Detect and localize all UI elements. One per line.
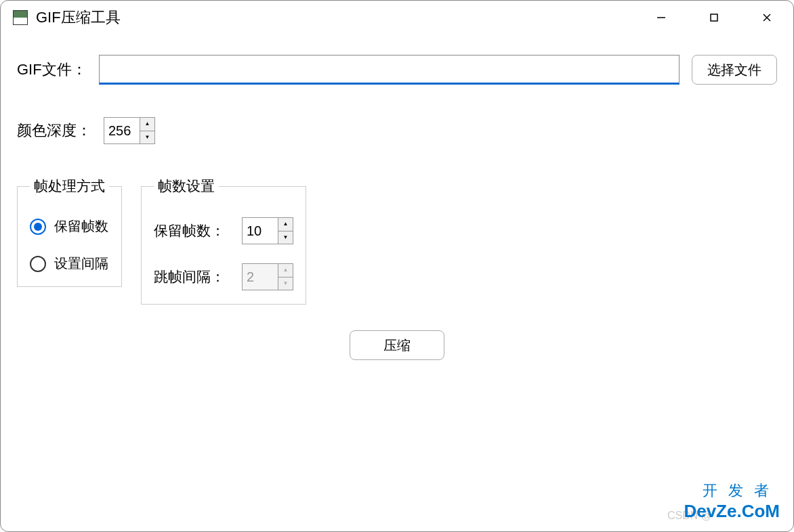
titlebar: GIF压缩工具	[1, 1, 793, 35]
keep-frames-up-button[interactable]: ▲	[278, 218, 293, 231]
spinner-buttons: ▲ ▼	[140, 118, 154, 143]
svg-rect-1	[711, 14, 717, 21]
radio-icon	[30, 256, 46, 272]
color-depth-down-button[interactable]: ▼	[140, 131, 154, 144]
skip-interval-input	[243, 264, 278, 290]
watermark-line1: 开发者	[684, 481, 780, 501]
spinner-buttons: ▲ ▼	[278, 264, 293, 290]
frame-settings-list: 保留帧数： ▲ ▼ 跳帧间隔：	[154, 212, 293, 290]
color-depth-row: 颜色深度： ▲ ▼	[17, 117, 777, 144]
app-window: GIF压缩工具 GIF文件： 选择文件 颜色深度： ▲	[0, 0, 794, 532]
file-label: GIF文件：	[17, 60, 87, 80]
keep-frames-row: 保留帧数： ▲ ▼	[154, 217, 293, 244]
frame-mode-legend: 帧处理方式	[30, 177, 109, 196]
skip-interval-spinner: ▲ ▼	[242, 263, 293, 290]
radio-label: 设置间隔	[54, 254, 108, 273]
minimize-icon	[656, 12, 667, 23]
radio-label: 保留帧数	[54, 217, 108, 236]
window-controls	[635, 1, 793, 35]
radio-set-interval[interactable]: 设置间隔	[30, 254, 109, 273]
color-depth-label: 颜色深度：	[17, 120, 91, 141]
app-icon	[13, 10, 28, 25]
compress-button[interactable]: 压缩	[350, 330, 444, 360]
compress-row: 压缩	[17, 330, 777, 360]
close-button[interactable]	[740, 1, 793, 35]
color-depth-spinner: ▲ ▼	[104, 117, 155, 144]
keep-frames-down-button[interactable]: ▼	[278, 231, 293, 244]
csdn-watermark: CSDN @	[667, 510, 712, 522]
keep-frames-spinner: ▲ ▼	[242, 217, 293, 244]
frame-mode-group: 帧处理方式 保留帧数 设置间隔	[17, 177, 122, 287]
window-title: GIF压缩工具	[36, 7, 121, 28]
color-depth-input[interactable]	[104, 118, 140, 143]
skip-interval-label: 跳帧间隔：	[154, 267, 228, 286]
frame-settings-legend: 帧数设置	[154, 177, 219, 196]
frame-settings-group: 帧数设置 保留帧数： ▲ ▼ 跳帧间隔：	[141, 177, 306, 305]
content-area: GIF文件： 选择文件 颜色深度： ▲ ▼ 帧处理方式 保留帧数	[1, 35, 793, 380]
radio-group: 保留帧数 设置间隔	[30, 212, 109, 273]
keep-frames-label: 保留帧数：	[154, 221, 228, 240]
watermark-line2: DevZe.CoM	[684, 501, 780, 522]
spinner-buttons: ▲ ▼	[278, 218, 293, 244]
file-row: GIF文件： 选择文件	[17, 55, 777, 85]
skip-interval-row: 跳帧间隔： ▲ ▼	[154, 263, 293, 290]
maximize-button[interactable]	[688, 1, 740, 35]
maximize-icon	[709, 12, 719, 23]
radio-keep-frames[interactable]: 保留帧数	[30, 217, 109, 236]
groups-row: 帧处理方式 保留帧数 设置间隔 帧数设置 保留帧数：	[17, 177, 777, 305]
browse-button[interactable]: 选择文件	[692, 55, 777, 85]
radio-icon	[30, 219, 46, 235]
devze-watermark: 开发者 DevZe.CoM	[684, 481, 780, 522]
minimize-button[interactable]	[635, 1, 688, 35]
skip-interval-down-button: ▼	[278, 278, 293, 290]
radio-dot-icon	[34, 223, 42, 231]
skip-interval-up-button: ▲	[278, 264, 293, 278]
color-depth-up-button[interactable]: ▲	[140, 118, 154, 131]
close-icon	[761, 12, 772, 23]
keep-frames-input[interactable]	[243, 218, 278, 244]
file-path-input[interactable]	[99, 55, 680, 85]
